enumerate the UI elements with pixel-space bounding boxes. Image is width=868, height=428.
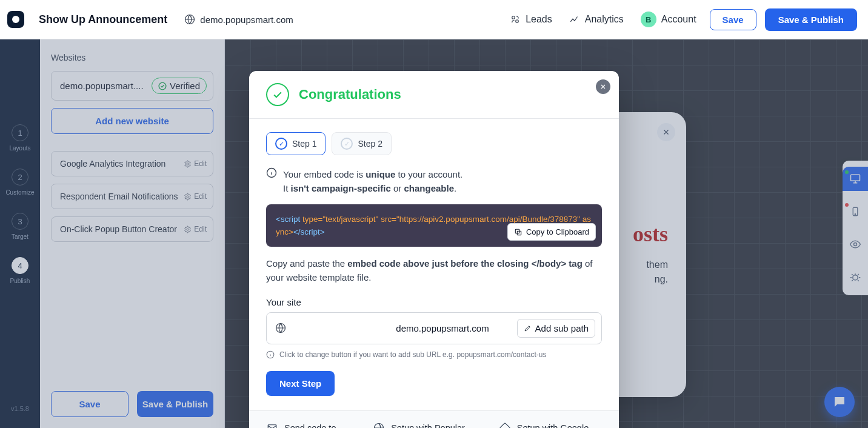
page-title: Show Up Announcement <box>39 13 167 26</box>
text-bold: changeable <box>404 183 454 193</box>
avatar: B <box>641 12 656 27</box>
copy-icon <box>514 228 522 236</box>
info-icon <box>266 350 275 359</box>
svg-point-2 <box>516 20 519 23</box>
sub-path-hint: Click to change button if you want to ad… <box>266 350 602 359</box>
mail-icon <box>266 422 278 429</box>
footer-label: Send code to your developer <box>284 422 355 429</box>
topbar: Show Up Announcement demo.popupsmart.com… <box>0 0 868 39</box>
globe-icon <box>373 422 385 429</box>
paste-instruction: Copy and paste the embed code above just… <box>266 256 602 285</box>
embed-info: Your embed code is unique to your accoun… <box>266 167 602 196</box>
logo <box>7 11 24 28</box>
body: 1 Layouts 2 Customize 3 Target 4 Publish… <box>0 39 868 428</box>
header-site-text: demo.popupsmart.com <box>200 15 293 25</box>
embed-code[interactable]: <script type="text/javascript" src="http… <box>266 204 602 247</box>
svg-point-18 <box>375 423 384 428</box>
modal-body: ✓ Step 1 ✓ Step 2 Your embed code is uni… <box>249 119 619 410</box>
globe-icon <box>184 14 195 25</box>
text: . <box>454 183 456 193</box>
footer-google-tag-manager[interactable]: Setup with Google Tag Manager↗ <box>499 422 602 429</box>
your-site-field[interactable]: demo.popupsmart.com Add sub path <box>266 312 602 344</box>
next-step-button[interactable]: Next Step <box>266 371 335 396</box>
copy-label: Copy to Clipboard <box>526 227 589 236</box>
nav-analytics-label: Analytics <box>585 14 624 25</box>
info-icon <box>266 167 277 196</box>
check-icon: ✓ <box>275 138 287 150</box>
header-site[interactable]: demo.popupsmart.com <box>184 14 293 25</box>
gtm-icon <box>499 422 511 429</box>
nav-analytics[interactable]: Analytics <box>569 14 624 25</box>
step-label: Step 2 <box>358 139 382 149</box>
modal-title: Congratulations <box>299 87 401 102</box>
footer-label: Setup with Popular CMS Services <box>391 423 465 429</box>
svg-point-1 <box>512 16 515 19</box>
modal-close-button[interactable] <box>596 79 610 94</box>
hint-text: Click to change button if you want to ad… <box>279 350 546 359</box>
leads-icon <box>510 14 521 25</box>
step-2-tab[interactable]: ✓ Step 2 <box>332 132 391 155</box>
text: It <box>283 183 291 193</box>
footer-send-developer[interactable]: Send code to your developer <box>266 422 355 429</box>
close-icon <box>599 83 607 90</box>
check-circle-icon <box>266 83 289 106</box>
step-tabs: ✓ Step 1 ✓ Step 2 <box>266 132 602 155</box>
step-label: Step 1 <box>292 139 316 149</box>
header-save-button[interactable]: Save <box>710 9 756 30</box>
header-save-publish-button[interactable]: Save & Publish <box>765 8 857 31</box>
text: or <box>391 183 404 193</box>
svg-rect-19 <box>499 423 510 428</box>
nav-account[interactable]: B Account <box>641 12 696 27</box>
button-label: Add sub path <box>535 323 589 333</box>
check-icon: ✓ <box>341 138 353 150</box>
add-sub-path-button[interactable]: Add sub path <box>517 319 595 338</box>
text-bold: unique <box>366 169 395 179</box>
text: Your embed code is <box>283 169 366 179</box>
nav-account-label: Account <box>661 14 696 25</box>
text-bold: isn't campaign-specific <box>291 183 391 193</box>
nav-leads[interactable]: Leads <box>510 14 552 25</box>
code-tag-close: </script> <box>293 227 325 236</box>
globe-icon <box>275 323 389 333</box>
footer-label: Setup with Google Tag Manager <box>517 423 589 429</box>
analytics-icon <box>569 14 580 25</box>
nav-leads-label: Leads <box>526 14 552 25</box>
footer-cms-services[interactable]: Setup with Popular CMS Services↗ <box>373 422 481 429</box>
congratulations-modal: Congratulations ✓ Step 1 ✓ Step 2 <box>249 71 619 428</box>
your-site-value: demo.popupsmart.com <box>396 323 509 333</box>
text: to your account. <box>395 169 462 179</box>
step-1-tab[interactable]: ✓ Step 1 <box>266 132 326 155</box>
pencil-icon <box>524 324 532 332</box>
modal-footer: Send code to your developer Setup with P… <box>249 410 619 429</box>
code-tag-open: <script <box>276 215 302 224</box>
your-site-label: Your site <box>266 297 602 307</box>
modal-header: Congratulations <box>249 71 619 119</box>
copy-to-clipboard-button[interactable]: Copy to Clipboard <box>507 223 596 241</box>
